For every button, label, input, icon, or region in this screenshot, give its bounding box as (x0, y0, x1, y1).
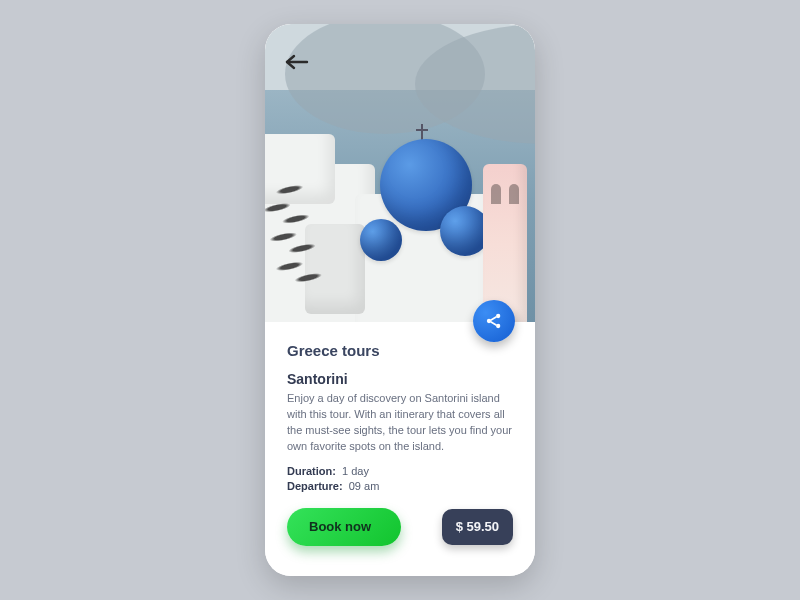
duration-value: 1 day (342, 465, 369, 477)
book-now-button[interactable]: Book now (287, 508, 401, 546)
departure-label: Departure: (287, 480, 343, 492)
tour-card: Greece tours Santorini Enjoy a day of di… (265, 24, 535, 576)
svg-line-4 (491, 317, 497, 320)
share-button[interactable] (473, 300, 515, 342)
info-panel: Greece tours Santorini Enjoy a day of di… (265, 322, 535, 576)
tour-description: Enjoy a day of discovery on Santorini is… (287, 391, 513, 455)
back-arrow-icon (283, 52, 311, 72)
departure-value: 09 am (349, 480, 380, 492)
duration-row: Duration: 1 day (287, 465, 513, 477)
svg-line-5 (491, 322, 497, 325)
duration-label: Duration: (287, 465, 336, 477)
tour-category: Greece tours (287, 342, 513, 359)
back-button[interactable] (283, 52, 311, 72)
departure-row: Departure: 09 am (287, 480, 513, 492)
share-icon (484, 311, 504, 331)
tour-title: Santorini (287, 371, 513, 387)
price-chip: $ 59.50 (442, 509, 513, 545)
